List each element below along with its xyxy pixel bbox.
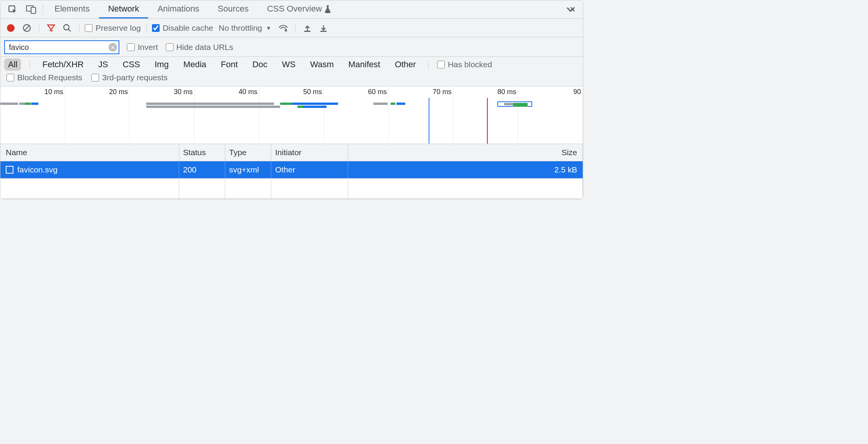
chevron-down-icon: ▼ — [266, 25, 271, 31]
network-toolbar: Preserve log Disable cache No throttling… — [0, 19, 583, 37]
col-type[interactable]: Type — [225, 144, 271, 161]
disable-cache-label: Disable cache — [163, 23, 213, 33]
type-filter-row: All Fetch/XHR JS CSS Img Media Font Doc … — [0, 57, 583, 72]
svg-rect-9 — [320, 31, 327, 32]
col-status[interactable]: Status — [179, 144, 225, 161]
divider — [79, 23, 79, 33]
third-party-checkbox[interactable]: 3rd-party requests — [91, 73, 167, 82]
has-blocked-label: Has blocked — [448, 60, 492, 69]
type-manifest[interactable]: Manifest — [345, 58, 384, 71]
svg-point-5 — [64, 25, 69, 30]
divider — [43, 4, 43, 15]
preserve-log-input[interactable] — [85, 24, 92, 32]
svg-rect-2 — [31, 7, 36, 13]
svg-line-4 — [24, 25, 30, 31]
invert-input[interactable] — [127, 43, 135, 51]
tick-label: 80 ms — [497, 88, 516, 96]
tab-network[interactable]: Network — [99, 0, 149, 18]
devtools-panel: Elements Network Animations Sources CSS … — [0, 0, 583, 199]
divider — [30, 60, 30, 69]
timeline-overview[interactable]: 10 ms 20 ms 30 ms 40 ms 50 ms 60 ms 70 m… — [0, 86, 583, 144]
has-blocked-input[interactable] — [437, 61, 445, 68]
tab-css-overview[interactable]: CSS Overview — [258, 0, 340, 18]
tab-sources[interactable]: Sources — [208, 0, 258, 18]
type-all[interactable]: All — [4, 58, 21, 71]
tick-label: 60 ms — [368, 88, 387, 96]
import-har-icon[interactable] — [301, 22, 314, 35]
row-type: svg+xml — [225, 161, 271, 178]
has-blocked-checkbox[interactable]: Has blocked — [437, 60, 492, 69]
filter-input[interactable] — [4, 40, 119, 54]
preserve-log-label: Preserve log — [96, 23, 141, 33]
blocked-requests-checkbox[interactable]: Blocked Requests — [7, 73, 82, 82]
tick-label: 50 ms — [303, 88, 322, 96]
export-har-icon[interactable] — [317, 22, 330, 35]
load-event-line — [487, 98, 488, 144]
filter-toggle-icon[interactable] — [45, 22, 58, 35]
disable-cache-input[interactable] — [152, 24, 160, 32]
clear-filter-icon[interactable]: ✕ — [109, 43, 117, 51]
col-size[interactable]: Size — [348, 144, 583, 161]
type-js[interactable]: JS — [94, 58, 112, 71]
divider — [428, 60, 429, 69]
tick-label: 10 ms — [45, 88, 63, 96]
invert-label: Invert — [138, 43, 158, 52]
hide-data-urls-checkbox[interactable]: Hide data URLs — [166, 43, 233, 52]
inspect-element-icon[interactable] — [3, 5, 22, 15]
timeline-bars — [0, 103, 583, 111]
type-ws[interactable]: WS — [278, 58, 299, 71]
throttling-select[interactable]: No throttling ▼ — [216, 23, 274, 33]
record-icon — [7, 24, 15, 32]
row-initiator: Other — [271, 161, 348, 178]
svg-rect-8 — [304, 31, 310, 32]
type-fetch-xhr[interactable]: Fetch/XHR — [38, 58, 87, 71]
blocked-requests-label: Blocked Requests — [17, 73, 82, 82]
throttling-value: No throttling — [219, 23, 262, 33]
svg-line-6 — [68, 29, 71, 31]
invert-checkbox[interactable]: Invert — [127, 43, 158, 52]
clear-button[interactable] — [20, 22, 33, 35]
blocked-requests-input[interactable] — [7, 74, 14, 81]
tick-label: 40 ms — [239, 88, 257, 96]
network-conditions-icon[interactable] — [277, 22, 290, 35]
type-doc[interactable]: Doc — [249, 58, 271, 71]
request-table: Name Status Type Initiator Size favicon.… — [0, 144, 583, 199]
type-css[interactable]: CSS — [119, 58, 144, 71]
filter-input-wrap: ✕ — [4, 40, 119, 54]
type-filter-row-2: Blocked Requests 3rd-party requests — [0, 72, 583, 86]
row-name: favicon.svg — [17, 165, 58, 174]
timeline-ticks: 10 ms 20 ms 30 ms 40 ms 50 ms 60 ms 70 m… — [0, 86, 583, 98]
filter-row: ✕ Invert Hide data URLs — [0, 37, 583, 57]
device-toolbar-icon[interactable] — [22, 5, 40, 15]
table-row[interactable]: favicon.svg 200 svg+xml Other 2.5 kB — [0, 161, 583, 179]
tick-label: 30 ms — [174, 88, 193, 96]
table-row-empty — [0, 179, 583, 199]
tab-elements[interactable]: Elements — [45, 0, 99, 18]
type-font[interactable]: Font — [217, 58, 242, 71]
disable-cache-checkbox[interactable]: Disable cache — [152, 23, 213, 33]
tab-animations[interactable]: Animations — [148, 0, 208, 18]
type-img[interactable]: Img — [151, 58, 173, 71]
col-initiator[interactable]: Initiator — [271, 144, 348, 161]
row-size: 2.5 kB — [348, 161, 583, 178]
file-icon — [6, 166, 13, 174]
type-other[interactable]: Other — [391, 58, 420, 71]
main-tabs: Elements Network Animations Sources CSS … — [0, 0, 583, 19]
record-button[interactable] — [4, 22, 17, 35]
svg-point-7 — [285, 29, 287, 31]
dom-content-loaded-line — [429, 98, 429, 144]
type-wasm[interactable]: Wasm — [306, 58, 338, 71]
col-name[interactable]: Name — [0, 144, 179, 161]
divider — [295, 23, 295, 33]
more-tabs-icon[interactable] — [561, 7, 580, 13]
preserve-log-checkbox[interactable]: Preserve log — [85, 23, 141, 33]
divider — [146, 23, 147, 33]
flask-icon — [324, 5, 331, 13]
third-party-input[interactable] — [91, 74, 99, 81]
table-header: Name Status Type Initiator Size — [0, 144, 583, 161]
search-icon[interactable] — [61, 22, 74, 35]
tick-label: 90 — [573, 88, 581, 96]
tick-label: 20 ms — [109, 88, 128, 96]
hide-data-urls-input[interactable] — [166, 43, 173, 51]
type-media[interactable]: Media — [180, 58, 210, 71]
